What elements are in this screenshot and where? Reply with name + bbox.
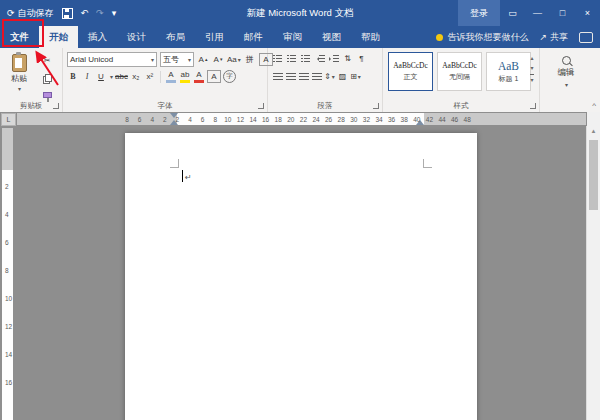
tab-邮件[interactable]: 邮件 [234, 26, 273, 48]
subscript-button[interactable]: x₂ [130, 70, 142, 83]
comments-icon[interactable] [579, 32, 593, 43]
align-right-icon [299, 73, 309, 81]
tell-me-box[interactable]: 告诉我你想要做什么 [436, 31, 528, 44]
clipboard-small-buttons: ✂ [41, 54, 53, 103]
h-ruler-number: 34 [375, 116, 382, 123]
italic-button[interactable]: I [81, 70, 93, 83]
align-center-button[interactable] [285, 70, 296, 83]
tab-引用[interactable]: 引用 [195, 26, 234, 48]
change-case-button[interactable]: Aa▾ [227, 53, 241, 66]
scroll-up-button[interactable]: ▲ [587, 128, 600, 134]
collapse-ribbon-button[interactable]: ^ [592, 101, 596, 110]
document-page[interactable]: ↵ [125, 133, 477, 420]
window-title: 新建 Microsoft Word 文档 [130, 0, 470, 26]
tab-开始[interactable]: 开始 [39, 26, 78, 48]
h-ruler-number: 30 [350, 116, 357, 123]
maximize-button[interactable]: □ [550, 0, 575, 26]
underline-button[interactable]: U [95, 70, 107, 83]
text-effects-button[interactable]: A [165, 70, 177, 83]
copy-button[interactable] [41, 72, 53, 85]
tab-布局[interactable]: 布局 [156, 26, 195, 48]
enclose-characters-button[interactable]: 字 [223, 70, 236, 83]
qat-customize-button[interactable]: ▾ [112, 8, 117, 18]
decrease-indent-button[interactable] [314, 52, 325, 65]
paragraph-dialog-launcher[interactable] [373, 103, 379, 109]
shrink-font-button[interactable]: A▾ [212, 53, 224, 66]
paragraph-group-label: 段落 [268, 101, 382, 111]
grow-font-button[interactable]: A▴ [197, 53, 209, 66]
align-left-button[interactable] [272, 70, 283, 83]
bullets-button[interactable] [272, 52, 283, 65]
save-button[interactable] [62, 8, 73, 19]
v-ruler-number: 2 [5, 183, 9, 190]
font-dialog-launcher[interactable] [258, 103, 264, 109]
tab-selector[interactable]: L [1, 113, 16, 126]
minimize-button[interactable]: — [525, 0, 550, 26]
clipboard-dialog-launcher[interactable] [53, 103, 59, 109]
highlight-color-button[interactable]: ab [179, 70, 191, 83]
style-preview: AaBbCcDc [393, 61, 428, 70]
h-ruler[interactable]: 8642246810121416182022242628303234363840… [17, 113, 586, 125]
superscript-button[interactable]: x² [144, 70, 156, 83]
close-button[interactable]: × [575, 0, 600, 26]
undo-button[interactable]: ↶ [81, 8, 89, 18]
font-size-select[interactable]: 五号 ▾ [160, 52, 194, 67]
strikethrough-button[interactable]: abc [115, 70, 128, 83]
v-ruler[interactable]: 246810121416 [2, 128, 13, 420]
chevron-down-icon: ▾ [18, 85, 21, 92]
chevron-down-icon: ▾ [188, 56, 191, 63]
show-hide-marks-button[interactable]: ¶ [356, 52, 367, 65]
vertical-scrollbar[interactable]: ▲ [586, 126, 600, 420]
bold-button[interactable]: B [67, 70, 79, 83]
tab-file[interactable]: 文件 [0, 26, 39, 48]
line-spacing-button[interactable]: ⇕▾ [324, 70, 335, 83]
redo-button[interactable]: ↷ [96, 8, 104, 18]
scrollbar-thumb[interactable] [589, 140, 598, 210]
numbering-button[interactable] [286, 52, 297, 65]
save-icon [62, 8, 73, 19]
justify-button[interactable] [311, 70, 322, 83]
styles-dialog-launcher[interactable] [530, 103, 536, 109]
autosave-icon: ⟳ [7, 8, 15, 18]
multilevel-list-button[interactable] [300, 52, 311, 65]
style-scroll-up-button[interactable]: ▴ [530, 54, 533, 61]
style-scroll-down-button[interactable]: ▾ [530, 64, 533, 71]
chevron-down-icon[interactable]: ▾ [110, 73, 113, 80]
editing-button[interactable]: 编辑 ▾ [540, 56, 592, 88]
chevron-down-icon: ▾ [358, 74, 361, 80]
style-card-无间隔[interactable]: AaBbCcDc无间隔 [437, 52, 482, 91]
increase-indent-button[interactable] [328, 52, 339, 65]
style-card-标题 1[interactable]: AaB标题 1 [486, 52, 531, 91]
autosave-toggle[interactable]: ⟳ 自动保存 [7, 7, 54, 20]
text-cursor [182, 170, 183, 182]
sign-in-button[interactable]: 登录 [458, 0, 500, 26]
style-gallery-more-button[interactable]: ▾ [530, 74, 533, 83]
ribbon-tab-bar: 文件 开始插入设计布局引用邮件审阅视图帮助 告诉我你想要做什么 ↗ 共享 [0, 26, 600, 48]
tab-审阅[interactable]: 审阅 [273, 26, 312, 48]
paste-button[interactable]: 粘贴 ▾ [3, 52, 35, 92]
font-name-select[interactable]: Arial Unicod ▾ [67, 52, 157, 67]
style-card-正文[interactable]: AaBbCcDc正文 [388, 52, 433, 91]
grow-font-glyph: A [199, 56, 204, 64]
phonetic-guide-button[interactable]: 拼 [244, 53, 256, 66]
tab-设计[interactable]: 设计 [117, 26, 156, 48]
margin-crop-mark-right [423, 159, 432, 168]
text-effects-swatch [166, 80, 176, 83]
align-right-button[interactable] [298, 70, 309, 83]
tab-帮助[interactable]: 帮助 [351, 26, 390, 48]
tab-视图[interactable]: 视图 [312, 26, 351, 48]
share-button[interactable]: ↗ 共享 [539, 31, 568, 44]
cut-button[interactable]: ✂ [41, 54, 53, 67]
character-shading-button[interactable]: A [207, 70, 221, 83]
highlight-swatch [180, 80, 190, 83]
tab-插入[interactable]: 插入 [78, 26, 117, 48]
ribbon-display-options-button[interactable]: ▭ [500, 0, 525, 26]
h-ruler-number: 2 [163, 116, 167, 123]
sort-button[interactable]: ⇅ [342, 52, 353, 65]
shading-button[interactable]: ▨ [337, 70, 348, 83]
shrink-font-glyph: A [214, 56, 219, 64]
h-ruler-number: 46 [451, 116, 458, 123]
font-color-swatch [194, 80, 204, 83]
font-color-button[interactable]: A [193, 70, 205, 83]
borders-button[interactable]: ⊞▾ [350, 70, 361, 83]
